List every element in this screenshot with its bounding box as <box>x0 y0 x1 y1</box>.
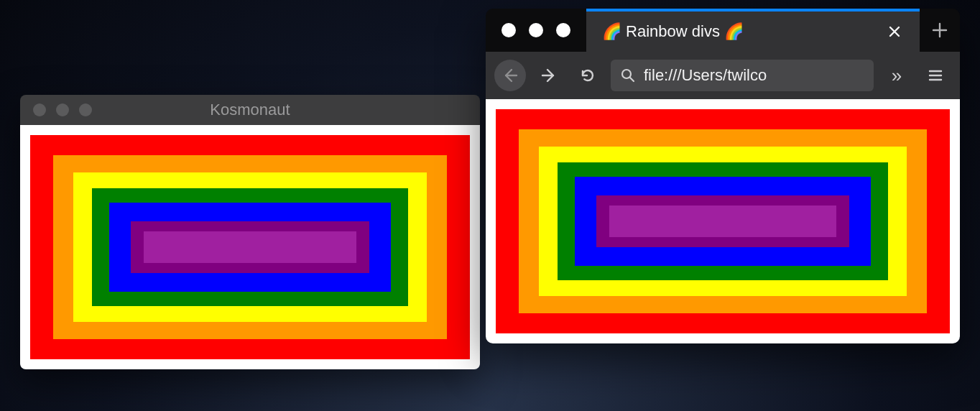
rainbow-purple <box>596 195 849 247</box>
arrow-left-icon <box>502 68 518 83</box>
rainbow-innermost <box>144 231 356 263</box>
rainbow-yellow <box>73 172 427 322</box>
rainbow-red <box>30 135 470 359</box>
plus-icon <box>932 22 948 38</box>
zoom-icon[interactable] <box>556 23 570 37</box>
firefox-tab-active[interactable]: 🌈 Rainbow divs 🌈 <box>586 9 920 52</box>
rainbow-purple <box>131 221 369 273</box>
reload-button[interactable] <box>572 60 604 91</box>
kosmonaut-titlebar[interactable]: Kosmonaut <box>20 95 480 125</box>
rainbow-yellow <box>539 147 907 296</box>
arrow-right-icon <box>541 68 557 83</box>
minimize-icon[interactable] <box>529 23 543 37</box>
kosmonaut-window: Kosmonaut <box>20 95 480 369</box>
tab-title: 🌈 Rainbow divs 🌈 <box>602 22 882 41</box>
tab-close-button[interactable] <box>882 22 907 41</box>
close-icon[interactable] <box>33 103 46 116</box>
hamburger-icon <box>928 68 943 83</box>
close-icon[interactable] <box>501 23 516 37</box>
overflow-button[interactable]: » <box>881 60 912 91</box>
back-button[interactable] <box>494 60 526 91</box>
app-menu-button[interactable] <box>920 60 951 91</box>
firefox-titlebar[interactable]: 🌈 Rainbow divs 🌈 <box>486 9 960 99</box>
rainbow-orange <box>519 129 927 313</box>
search-icon <box>621 68 635 83</box>
rainbow-green <box>558 162 888 280</box>
reload-icon <box>580 68 596 83</box>
firefox-viewport <box>486 99 960 343</box>
rainbow-blue <box>109 203 391 292</box>
url-text: file:///Users/twilco <box>644 66 864 85</box>
svg-point-0 <box>622 70 631 78</box>
firefox-toolbar: file:///Users/twilco » <box>486 52 960 99</box>
minimize-icon[interactable] <box>56 103 69 116</box>
forward-button[interactable] <box>533 60 565 91</box>
close-icon <box>888 25 901 38</box>
rainbow-innermost <box>609 206 836 237</box>
rainbow-blue <box>575 177 871 266</box>
kosmonaut-traffic-lights <box>20 103 92 116</box>
new-tab-button[interactable] <box>920 9 960 52</box>
rainbow-green <box>92 188 408 306</box>
kosmonaut-viewport <box>20 125 480 369</box>
chevron-double-right-icon: » <box>892 65 902 87</box>
firefox-window: 🌈 Rainbow divs 🌈 <box>486 9 960 343</box>
zoom-icon[interactable] <box>79 103 92 116</box>
firefox-traffic-lights <box>486 9 586 52</box>
rainbow-red <box>496 109 950 333</box>
firefox-tabbar: 🌈 Rainbow divs 🌈 <box>486 9 960 52</box>
url-bar[interactable]: file:///Users/twilco <box>611 60 874 91</box>
rainbow-orange <box>53 155 447 339</box>
